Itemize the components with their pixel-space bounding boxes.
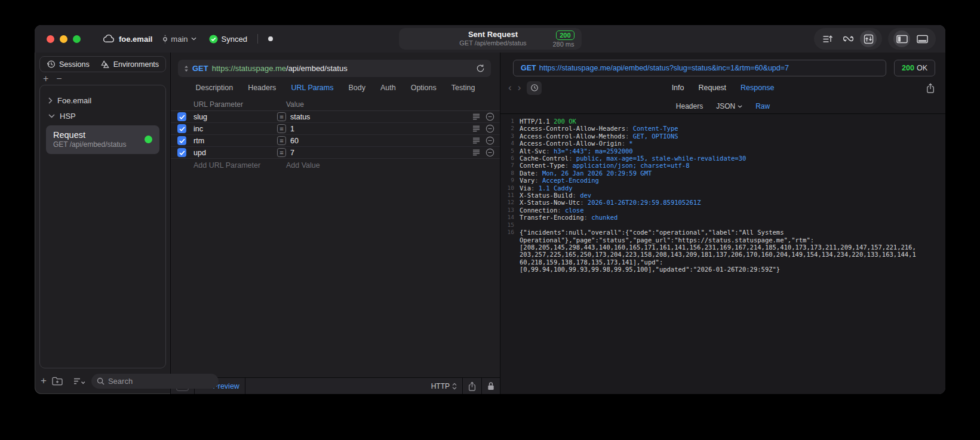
box-arrows-icon — [863, 33, 874, 45]
remove-param-button[interactable] — [486, 148, 494, 157]
multiline-edit-button[interactable] — [472, 137, 480, 144]
param-name[interactable]: slug — [193, 113, 277, 121]
multiline-edit-button[interactable] — [472, 149, 480, 156]
editor-tab-body[interactable]: Body — [348, 84, 365, 92]
response-tab-response[interactable]: Response — [741, 84, 774, 92]
editor-tab-url-params[interactable]: URL Params — [291, 84, 333, 92]
follow-redirects-button[interactable] — [840, 30, 856, 47]
add-param-value[interactable]: Add Value — [286, 161, 320, 170]
send-receive-toggle-button[interactable] — [860, 30, 877, 47]
param-value[interactable]: 7 — [290, 149, 472, 157]
response-line: 16{"incidents":null,"overall":{"code":"o… — [500, 229, 945, 236]
protocol-select[interactable]: HTTP — [431, 382, 457, 390]
method-label[interactable]: GET — [192, 64, 208, 73]
history-forward-button[interactable]: › — [518, 82, 521, 94]
multiline-edit-button[interactable] — [472, 125, 480, 132]
divider — [481, 378, 482, 394]
param-checkbox[interactable] — [177, 124, 186, 133]
lock-button[interactable] — [487, 381, 494, 390]
sync-label: Synced — [222, 35, 247, 44]
param-checkbox[interactable] — [177, 112, 186, 121]
traffic-lights — [47, 35, 81, 43]
status-dot-indicator — [268, 36, 273, 41]
param-value[interactable]: 60 — [290, 137, 472, 145]
url-path: /api/embed/status — [286, 64, 348, 73]
editor-tab-testing[interactable]: Testing — [451, 84, 475, 92]
zoom-button[interactable] — [73, 35, 81, 43]
editor-tab-description[interactable]: Description — [196, 84, 234, 92]
response-tab-info[interactable]: Info — [672, 84, 684, 92]
multiline-edit-button[interactable] — [472, 113, 480, 120]
response-history-button[interactable] — [527, 81, 542, 95]
tab-environments[interactable]: Environments — [100, 60, 159, 69]
line-text: 203,257,225,165,250,173,204,223,158,208,… — [520, 251, 916, 258]
param-value[interactable]: status — [290, 113, 472, 121]
param-checkbox[interactable] — [177, 148, 186, 157]
status-code-badge: 200 — [556, 30, 574, 40]
response-tab-request[interactable]: Request — [699, 84, 727, 92]
sync-status[interactable]: Synced — [209, 35, 247, 44]
toggle-bottom-panel-button[interactable] — [914, 30, 930, 47]
export-response-button[interactable] — [926, 83, 935, 93]
param-checkbox[interactable] — [177, 136, 186, 145]
param-name[interactable]: rtm — [193, 137, 277, 145]
view-tab-json[interactable]: JSON — [716, 102, 742, 110]
share-button[interactable] — [468, 381, 476, 391]
remove-param-button[interactable] — [486, 136, 494, 145]
search-field[interactable] — [91, 374, 219, 389]
add-param-name[interactable]: Add URL Parameter — [171, 161, 286, 170]
editor-tab-options[interactable]: Options — [411, 84, 437, 92]
share-icon — [468, 381, 476, 391]
line-text: [0,99.94,100,99.93,99.98,99.95,100],"upd… — [520, 266, 780, 273]
request-item[interactable]: Request GET /api/embed/status — [46, 125, 159, 154]
minimize-button[interactable] — [60, 35, 67, 43]
method-stepper-icon[interactable] — [184, 65, 189, 72]
tab-sessions[interactable]: Sessions — [47, 60, 90, 69]
url-text[interactable]: https://statuspage.me/api/embed/status — [212, 64, 348, 73]
divider — [257, 34, 258, 44]
line-text: 60,218,159,138,178,135,173,141],"upd": — [520, 259, 663, 266]
history-clock-icon — [47, 60, 56, 69]
view-options-button[interactable] — [73, 377, 86, 385]
request-summary-pill[interactable]: Sent Request GET /api/embed/status 200 2… — [399, 28, 582, 50]
response-panel: GET https://statuspage.me/api/embed/stat… — [500, 53, 945, 394]
remove-param-button[interactable] — [486, 124, 494, 133]
response-line: 5Alt-Svc: h3=":443"; ma=2592000 — [500, 147, 945, 155]
line-text: {"incidents":null,"overall":{"code":"ope… — [520, 229, 784, 236]
resend-button[interactable] — [476, 64, 485, 73]
editor-footer: </> Preview HTTP — [171, 377, 500, 394]
tree-group-foe-email[interactable]: Foe.email — [46, 93, 159, 108]
remove-session-button[interactable]: − — [56, 76, 62, 82]
url-host: https://statuspage.me — [212, 64, 286, 73]
search-input[interactable] — [108, 377, 213, 386]
editor-tab-auth[interactable]: Auth — [380, 84, 396, 92]
tree-group-hsp[interactable]: HSP — [46, 108, 159, 124]
up-down-chevrons-icon — [452, 383, 457, 390]
param-name[interactable]: inc — [193, 125, 277, 133]
response-url-bar[interactable]: GET https://statuspage.me/api/embed/stat… — [513, 60, 886, 76]
add-request-button[interactable]: + — [41, 375, 47, 387]
add-session-button[interactable]: + — [43, 76, 48, 82]
url-bar[interactable]: GET https://statuspage.me/api/embed/stat… — [178, 60, 491, 77]
remove-param-button[interactable] — [486, 112, 494, 121]
history-back-button[interactable]: ‹ — [508, 82, 512, 94]
line-text: Access-Control-Allow-Methods: GET, OPTIO… — [520, 133, 678, 140]
close-button[interactable] — [47, 35, 54, 43]
chevron-down-icon — [191, 37, 196, 41]
view-tab-headers[interactable]: Headers — [676, 102, 703, 110]
view-tab-raw[interactable]: Raw — [755, 102, 770, 110]
editor-tab-headers[interactable]: Headers — [248, 84, 276, 92]
new-folder-button[interactable] — [52, 377, 63, 386]
toggle-sidebar-button[interactable] — [893, 30, 910, 47]
branch-selector[interactable]: main — [162, 35, 196, 44]
response-order-button[interactable] — [819, 30, 836, 47]
project-name[interactable]: foe.email — [119, 35, 152, 44]
param-name[interactable]: upd — [193, 149, 277, 157]
response-line: 15 — [500, 221, 945, 229]
response-line: 6Cache-Control: public, max-age=15, stal… — [500, 155, 945, 162]
line-number: 15 — [500, 221, 520, 229]
redirect-loop-icon — [843, 35, 854, 43]
line-text: Connection: close — [520, 207, 583, 214]
param-value[interactable]: 1 — [290, 125, 472, 133]
clock-icon — [530, 84, 539, 92]
